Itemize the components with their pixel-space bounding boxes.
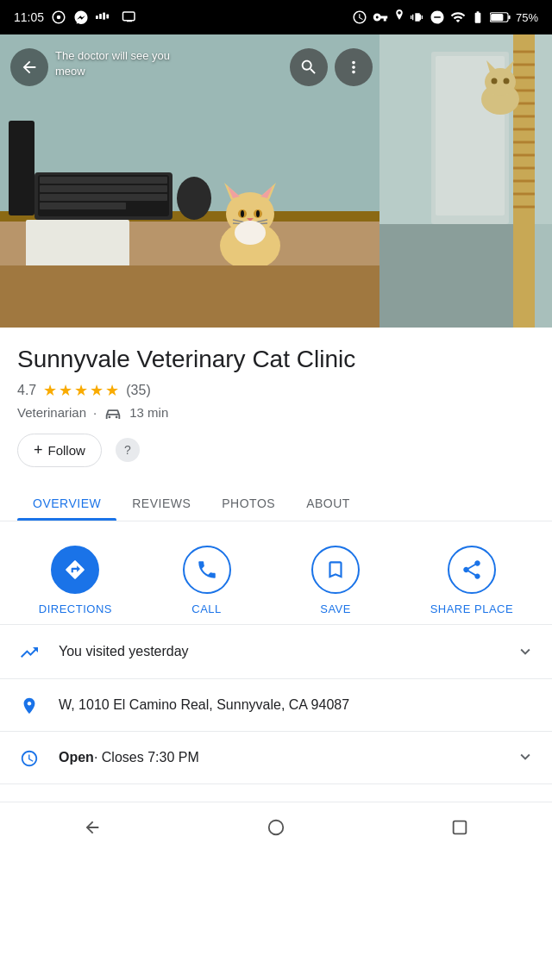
svg-point-31 xyxy=(256,210,260,217)
more-button[interactable] xyxy=(335,48,373,86)
svg-point-20 xyxy=(177,177,211,220)
call-label: CALL xyxy=(191,602,222,615)
hours-chevron[interactable] xyxy=(516,747,535,766)
visited-icon xyxy=(17,640,41,663)
status-bar: 11:05 75% xyxy=(0,0,552,34)
status-right: 75% xyxy=(352,9,538,25)
category-row: Veterinarian · 13 min xyxy=(17,405,535,420)
tab-overview[interactable]: OVERVIEW xyxy=(17,484,116,521)
share-circle xyxy=(448,546,496,594)
star-2: ★ xyxy=(59,381,72,400)
svg-rect-38 xyxy=(0,265,380,328)
hours-icon xyxy=(17,747,41,768)
address-icon xyxy=(17,695,41,715)
main-content: Sunnyvale Veterinary Cat Clinic 4.7 ★ ★ … xyxy=(0,328,552,625)
home-nav-button[interactable] xyxy=(257,808,295,846)
svg-point-37 xyxy=(235,221,266,245)
minus-circle-icon xyxy=(430,9,445,25)
star-4: ★ xyxy=(90,381,104,400)
svg-rect-4 xyxy=(106,15,109,19)
rating-row: 4.7 ★ ★ ★ ★ ★ (35) xyxy=(17,381,535,400)
address-row: W, 1010 El Camino Real, Sunnyvale, CA 94… xyxy=(0,679,552,732)
svg-point-30 xyxy=(241,210,244,217)
music-icon xyxy=(51,9,66,25)
sound-icon xyxy=(96,10,115,24)
svg-rect-21 xyxy=(9,121,34,215)
tab-about[interactable]: ABOUT xyxy=(291,484,366,521)
svg-rect-2 xyxy=(99,14,102,19)
directions-label: DIRECTIONS xyxy=(39,602,112,615)
svg-rect-1 xyxy=(96,16,98,19)
tab-reviews[interactable]: REVIEWS xyxy=(116,484,206,521)
drive-time: 13 min xyxy=(129,405,168,420)
secondary-photo-svg xyxy=(380,34,552,328)
visited-chevron xyxy=(516,642,535,661)
save-circle xyxy=(311,546,360,594)
vibrate-icon xyxy=(411,9,424,25)
location-icon xyxy=(393,9,405,25)
svg-rect-67 xyxy=(454,821,467,834)
back-button[interactable] xyxy=(10,48,48,86)
directions-circle xyxy=(51,546,99,594)
category: Veterinarian xyxy=(17,405,86,420)
svg-rect-16 xyxy=(40,177,167,184)
svg-point-64 xyxy=(109,416,111,419)
hours-text: Open· Closes 7:30 PM xyxy=(59,747,499,768)
visited-row[interactable]: You visited yesterday xyxy=(0,625,552,679)
visited-text: You visited yesterday xyxy=(59,644,499,659)
recents-nav-button[interactable] xyxy=(441,808,479,846)
star-half: ★ xyxy=(105,381,119,400)
open-label: Open xyxy=(59,750,94,765)
svg-rect-3 xyxy=(103,13,105,20)
follow-label: Follow xyxy=(48,443,85,458)
back-label: The doctor will see you meow xyxy=(55,48,170,79)
svg-rect-6 xyxy=(127,21,132,22)
hours-row[interactable]: Open· Closes 7:30 PM xyxy=(0,732,552,784)
wifi-icon xyxy=(450,9,466,25)
svg-point-66 xyxy=(269,821,284,835)
star-3: ★ xyxy=(74,381,88,400)
actions-row: DIRECTIONS CALL SAVE SHARE PLACE xyxy=(0,521,552,625)
svg-point-65 xyxy=(116,416,118,419)
save-label: SAVE xyxy=(320,602,351,615)
screen-icon xyxy=(122,9,137,25)
help-button[interactable]: ? xyxy=(116,438,140,462)
nav-bar xyxy=(0,802,552,853)
star-1: ★ xyxy=(43,381,57,400)
battery-percent: 75% xyxy=(516,11,538,24)
save-button[interactable]: SAVE xyxy=(301,546,370,615)
svg-rect-18 xyxy=(40,194,167,201)
follow-row: + Follow ? xyxy=(17,434,535,467)
svg-rect-5 xyxy=(123,12,135,21)
secondary-photo xyxy=(380,34,552,328)
tabs: OVERVIEW REVIEWS PHOTOS ABOUT xyxy=(0,484,552,521)
svg-rect-63 xyxy=(380,224,513,328)
svg-point-61 xyxy=(492,78,498,84)
svg-point-62 xyxy=(504,78,510,84)
share-label: SHARE PLACE xyxy=(430,602,514,615)
battery-icon xyxy=(490,11,511,23)
photos-header: The doctor will see you meow xyxy=(0,34,552,328)
svg-rect-9 xyxy=(491,14,503,21)
alarm-icon xyxy=(352,9,367,25)
svg-rect-19 xyxy=(40,203,126,209)
back-nav-button[interactable] xyxy=(73,808,111,846)
svg-point-58 xyxy=(485,68,516,96)
search-button[interactable] xyxy=(290,48,328,86)
review-count: (35) xyxy=(126,383,150,398)
share-button[interactable]: SHARE PLACE xyxy=(430,546,514,615)
status-left: 11:05 xyxy=(14,9,137,25)
key-icon xyxy=(373,9,388,25)
messenger-icon xyxy=(73,9,89,25)
tab-photos[interactable]: PHOTOS xyxy=(206,484,291,521)
follow-button[interactable]: + Follow xyxy=(17,434,102,467)
svg-rect-8 xyxy=(508,16,510,20)
place-name: Sunnyvale Veterinary Cat Clinic xyxy=(17,345,535,374)
signal-icon xyxy=(471,9,485,25)
directions-button[interactable]: DIRECTIONS xyxy=(39,546,112,615)
info-section: You visited yesterday W, 1010 El Camino … xyxy=(0,625,552,784)
call-button[interactable]: CALL xyxy=(172,546,242,615)
stars: ★ ★ ★ ★ ★ xyxy=(43,381,119,400)
address-text: W, 1010 El Camino Real, Sunnyvale, CA 94… xyxy=(59,695,535,715)
close-time: · Closes 7:30 PM xyxy=(94,750,199,765)
